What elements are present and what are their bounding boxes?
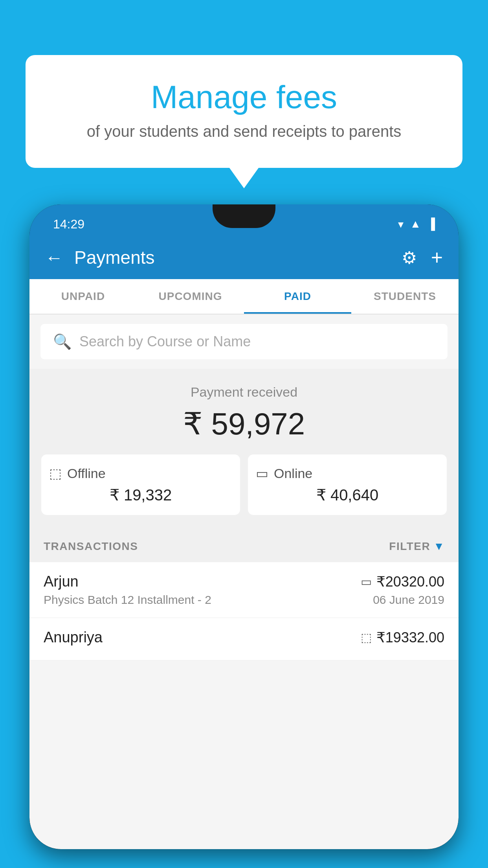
page-title: Payments (74, 247, 402, 268)
add-button[interactable]: + (431, 246, 443, 269)
tab-paid[interactable]: PAID (244, 279, 351, 314)
online-icon: ▭ (256, 465, 268, 481)
transaction-amount-area: ▭ ₹20320.00 (361, 574, 444, 590)
offline-amount: ₹ 19,332 (49, 486, 232, 504)
offline-card-header: ⬚ Offline (49, 465, 232, 481)
cash-payment-icon: ⬚ (361, 631, 372, 644)
gear-icon[interactable]: ⚙ (402, 248, 417, 268)
phone-screen: ← Payments ⚙ + UNPAID UPCOMING PAID STUD… (29, 236, 459, 849)
payment-label: Payment received (37, 384, 451, 400)
online-amount: ₹ 40,640 (256, 486, 439, 504)
filter-label: FILTER (389, 540, 430, 553)
transaction-amount: ₹20320.00 (376, 574, 444, 590)
filter-icon: ▼ (433, 540, 444, 553)
payment-cards: ⬚ Offline ₹ 19,332 ▭ Online ₹ 40,640 (37, 454, 451, 515)
transactions-label: TRANSACTIONS (44, 540, 138, 553)
transaction-top: Arjun ▭ ₹20320.00 (44, 573, 444, 590)
tab-upcoming[interactable]: UPCOMING (137, 279, 244, 314)
online-card-header: ▭ Online (256, 465, 439, 481)
transaction-bottom: Physics Batch 12 Installment - 2 06 June… (44, 593, 444, 607)
search-input[interactable]: Search by Course or Name (79, 333, 251, 350)
transactions-header: TRANSACTIONS FILTER ▼ (29, 531, 459, 562)
transaction-row[interactable]: Arjun ▭ ₹20320.00 Physics Batch 12 Insta… (29, 562, 459, 618)
tab-unpaid[interactable]: UNPAID (29, 279, 137, 314)
search-icon: 🔍 (53, 333, 72, 350)
signal-icon: ▲ (410, 218, 421, 230)
speech-bubble-container: Manage fees of your students and send re… (26, 55, 462, 168)
status-icons: ▾ ▲ ▐ (398, 218, 435, 231)
transaction-name: Anupriya (44, 629, 103, 646)
filter-area[interactable]: FILTER ▼ (389, 540, 444, 553)
transaction-row[interactable]: Anupriya ⬚ ₹19332.00 (29, 618, 459, 660)
search-bar[interactable]: 🔍 Search by Course or Name (40, 324, 448, 359)
card-payment-icon: ▭ (361, 575, 372, 588)
app-toolbar: ← Payments ⚙ + (29, 236, 459, 279)
phone-container: 14:29 ▾ ▲ ▐ ← Payments ⚙ + UNPAID (29, 204, 459, 868)
tab-students[interactable]: STUDENTS (351, 279, 459, 314)
battery-icon: ▐ (427, 218, 435, 230)
speech-bubble: Manage fees of your students and send re… (26, 55, 462, 168)
payment-total: ₹ 59,972 (37, 406, 451, 442)
transaction-amount-area: ⬚ ₹19332.00 (361, 629, 444, 646)
bubble-subtitle: of your students and send receipts to pa… (45, 123, 443, 140)
online-label: Online (274, 466, 312, 481)
offline-icon: ⬚ (49, 465, 62, 481)
tabs-bar: UNPAID UPCOMING PAID STUDENTS (29, 279, 459, 314)
wifi-icon: ▾ (398, 218, 404, 231)
transaction-name: Arjun (44, 573, 79, 590)
bubble-title: Manage fees (45, 79, 443, 116)
phone-notch (213, 204, 275, 228)
search-bar-container: 🔍 Search by Course or Name (29, 314, 459, 369)
transaction-top: Anupriya ⬚ ₹19332.00 (44, 629, 444, 646)
payment-received-section: Payment received ₹ 59,972 ⬚ Offline ₹ 19… (29, 369, 459, 531)
back-button[interactable]: ← (45, 247, 63, 268)
status-time: 14:29 (53, 217, 84, 232)
phone: 14:29 ▾ ▲ ▐ ← Payments ⚙ + UNPAID (29, 204, 459, 849)
transaction-amount: ₹19332.00 (376, 629, 444, 646)
online-card: ▭ Online ₹ 40,640 (248, 454, 447, 515)
offline-label: Offline (67, 466, 106, 481)
transaction-course: Physics Batch 12 Installment - 2 (44, 593, 211, 607)
offline-card: ⬚ Offline ₹ 19,332 (41, 454, 240, 515)
transaction-date: 06 June 2019 (373, 593, 444, 607)
